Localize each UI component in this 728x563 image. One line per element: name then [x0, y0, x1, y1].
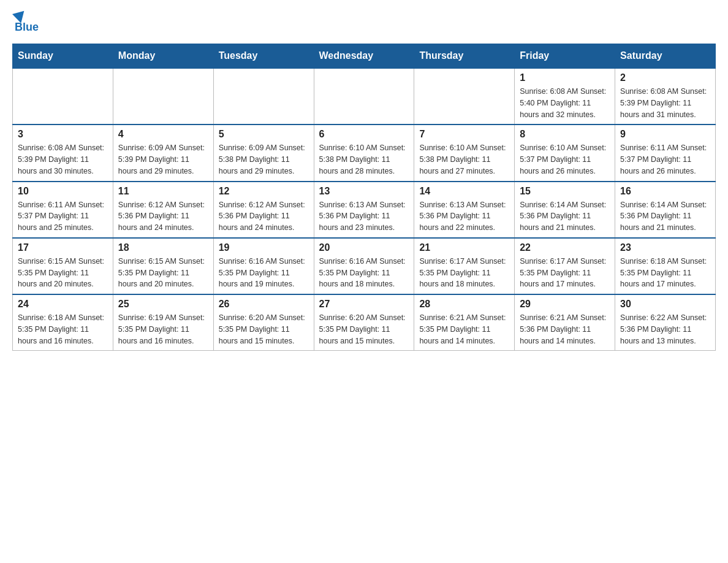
calendar-cell: 3Sunrise: 6:08 AM Sunset: 5:39 PM Daylig…	[13, 124, 113, 181]
calendar-cell	[414, 68, 515, 124]
day-number: 25	[118, 299, 208, 310]
calendar-cell: 19Sunrise: 6:16 AM Sunset: 5:35 PM Dayli…	[213, 238, 314, 294]
day-number: 27	[319, 299, 409, 310]
day-info: Sunrise: 6:21 AM Sunset: 5:36 PM Dayligh…	[520, 312, 610, 347]
day-info: Sunrise: 6:12 AM Sunset: 5:36 PM Dayligh…	[118, 199, 208, 234]
day-number: 12	[219, 186, 309, 197]
calendar-cell: 5Sunrise: 6:09 AM Sunset: 5:38 PM Daylig…	[213, 124, 314, 181]
calendar-cell: 24Sunrise: 6:18 AM Sunset: 5:35 PM Dayli…	[13, 294, 113, 351]
calendar-week-row: 3Sunrise: 6:08 AM Sunset: 5:39 PM Daylig…	[13, 124, 716, 181]
calendar-cell: 14Sunrise: 6:13 AM Sunset: 5:36 PM Dayli…	[414, 182, 515, 238]
day-info: Sunrise: 6:13 AM Sunset: 5:36 PM Dayligh…	[419, 199, 509, 234]
calendar-header-sunday: Sunday	[13, 44, 113, 69]
day-info: Sunrise: 6:15 AM Sunset: 5:35 PM Dayligh…	[118, 256, 208, 290]
calendar-cell: 21Sunrise: 6:17 AM Sunset: 5:35 PM Dayli…	[414, 238, 515, 294]
day-info: Sunrise: 6:18 AM Sunset: 5:35 PM Dayligh…	[620, 256, 710, 290]
day-info: Sunrise: 6:09 AM Sunset: 5:39 PM Dayligh…	[118, 142, 208, 177]
calendar-header-friday: Friday	[515, 44, 615, 69]
calendar-cell: 30Sunrise: 6:22 AM Sunset: 5:36 PM Dayli…	[615, 294, 716, 351]
logo: Blue	[12, 12, 39, 34]
day-info: Sunrise: 6:08 AM Sunset: 5:40 PM Dayligh…	[520, 86, 610, 120]
day-number: 16	[620, 186, 710, 197]
calendar-header-saturday: Saturday	[615, 44, 716, 69]
calendar-cell	[213, 68, 314, 124]
day-info: Sunrise: 6:21 AM Sunset: 5:35 PM Dayligh…	[419, 312, 509, 347]
calendar-cell: 6Sunrise: 6:10 AM Sunset: 5:38 PM Daylig…	[314, 124, 414, 181]
day-number: 17	[18, 242, 108, 253]
calendar-cell: 20Sunrise: 6:16 AM Sunset: 5:35 PM Dayli…	[314, 238, 414, 294]
day-number: 1	[520, 72, 610, 83]
calendar-cell: 16Sunrise: 6:14 AM Sunset: 5:36 PM Dayli…	[615, 182, 716, 238]
day-number: 30	[620, 299, 710, 310]
calendar-cell: 13Sunrise: 6:13 AM Sunset: 5:36 PM Dayli…	[314, 182, 414, 238]
calendar-cell: 7Sunrise: 6:10 AM Sunset: 5:38 PM Daylig…	[414, 124, 515, 181]
day-info: Sunrise: 6:14 AM Sunset: 5:36 PM Dayligh…	[620, 199, 710, 234]
calendar-cell: 23Sunrise: 6:18 AM Sunset: 5:35 PM Dayli…	[615, 238, 716, 294]
day-info: Sunrise: 6:12 AM Sunset: 5:36 PM Dayligh…	[219, 199, 309, 234]
calendar-header-monday: Monday	[113, 44, 213, 69]
day-info: Sunrise: 6:10 AM Sunset: 5:38 PM Dayligh…	[419, 142, 509, 177]
calendar-cell: 10Sunrise: 6:11 AM Sunset: 5:37 PM Dayli…	[13, 182, 113, 238]
day-info: Sunrise: 6:10 AM Sunset: 5:37 PM Dayligh…	[520, 142, 610, 177]
calendar-header-row: SundayMondayTuesdayWednesdayThursdayFrid…	[13, 44, 716, 69]
calendar-cell: 11Sunrise: 6:12 AM Sunset: 5:36 PM Dayli…	[113, 182, 213, 238]
calendar-week-row: 10Sunrise: 6:11 AM Sunset: 5:37 PM Dayli…	[13, 182, 716, 238]
day-number: 4	[118, 129, 208, 140]
calendar-cell: 4Sunrise: 6:09 AM Sunset: 5:39 PM Daylig…	[113, 124, 213, 181]
calendar-header-wednesday: Wednesday	[314, 44, 414, 69]
day-info: Sunrise: 6:16 AM Sunset: 5:35 PM Dayligh…	[319, 256, 409, 290]
day-info: Sunrise: 6:08 AM Sunset: 5:39 PM Dayligh…	[620, 86, 710, 120]
calendar: SundayMondayTuesdayWednesdayThursdayFrid…	[12, 44, 716, 351]
day-number: 21	[419, 242, 509, 253]
day-number: 8	[520, 129, 610, 140]
day-number: 18	[118, 242, 208, 253]
day-number: 10	[18, 186, 108, 197]
calendar-cell: 2Sunrise: 6:08 AM Sunset: 5:39 PM Daylig…	[615, 68, 716, 124]
day-info: Sunrise: 6:20 AM Sunset: 5:35 PM Dayligh…	[319, 312, 409, 347]
calendar-cell	[113, 68, 213, 124]
calendar-week-row: 17Sunrise: 6:15 AM Sunset: 5:35 PM Dayli…	[13, 238, 716, 294]
calendar-header-thursday: Thursday	[414, 44, 515, 69]
calendar-cell: 22Sunrise: 6:17 AM Sunset: 5:35 PM Dayli…	[515, 238, 615, 294]
day-number: 23	[620, 242, 710, 253]
day-info: Sunrise: 6:09 AM Sunset: 5:38 PM Dayligh…	[219, 142, 309, 177]
day-number: 2	[620, 72, 710, 83]
day-number: 28	[419, 299, 509, 310]
calendar-cell	[314, 68, 414, 124]
day-number: 7	[419, 129, 509, 140]
calendar-header-tuesday: Tuesday	[213, 44, 314, 69]
calendar-cell	[13, 68, 113, 124]
day-info: Sunrise: 6:19 AM Sunset: 5:35 PM Dayligh…	[118, 312, 208, 347]
calendar-cell: 17Sunrise: 6:15 AM Sunset: 5:35 PM Dayli…	[13, 238, 113, 294]
calendar-week-row: 24Sunrise: 6:18 AM Sunset: 5:35 PM Dayli…	[13, 294, 716, 351]
calendar-cell: 12Sunrise: 6:12 AM Sunset: 5:36 PM Dayli…	[213, 182, 314, 238]
day-info: Sunrise: 6:10 AM Sunset: 5:38 PM Dayligh…	[319, 142, 409, 177]
day-info: Sunrise: 6:11 AM Sunset: 5:37 PM Dayligh…	[620, 142, 710, 177]
calendar-cell: 15Sunrise: 6:14 AM Sunset: 5:36 PM Dayli…	[515, 182, 615, 238]
day-info: Sunrise: 6:14 AM Sunset: 5:36 PM Dayligh…	[520, 199, 610, 234]
day-number: 26	[219, 299, 309, 310]
calendar-cell: 27Sunrise: 6:20 AM Sunset: 5:35 PM Dayli…	[314, 294, 414, 351]
calendar-cell: 29Sunrise: 6:21 AM Sunset: 5:36 PM Dayli…	[515, 294, 615, 351]
day-info: Sunrise: 6:22 AM Sunset: 5:36 PM Dayligh…	[620, 312, 710, 347]
calendar-cell: 25Sunrise: 6:19 AM Sunset: 5:35 PM Dayli…	[113, 294, 213, 351]
day-number: 22	[520, 242, 610, 253]
header: Blue	[12, 12, 716, 34]
day-number: 19	[219, 242, 309, 253]
day-number: 24	[18, 299, 108, 310]
calendar-cell: 18Sunrise: 6:15 AM Sunset: 5:35 PM Dayli…	[113, 238, 213, 294]
calendar-week-row: 1Sunrise: 6:08 AM Sunset: 5:40 PM Daylig…	[13, 68, 716, 124]
day-info: Sunrise: 6:13 AM Sunset: 5:36 PM Dayligh…	[319, 199, 409, 234]
day-number: 29	[520, 299, 610, 310]
day-number: 20	[319, 242, 409, 253]
calendar-cell: 26Sunrise: 6:20 AM Sunset: 5:35 PM Dayli…	[213, 294, 314, 351]
day-info: Sunrise: 6:17 AM Sunset: 5:35 PM Dayligh…	[520, 256, 610, 290]
day-number: 11	[118, 186, 208, 197]
day-number: 14	[419, 186, 509, 197]
day-info: Sunrise: 6:08 AM Sunset: 5:39 PM Dayligh…	[18, 142, 108, 177]
day-info: Sunrise: 6:18 AM Sunset: 5:35 PM Dayligh…	[18, 312, 108, 347]
day-number: 13	[319, 186, 409, 197]
day-number: 15	[520, 186, 610, 197]
day-number: 3	[18, 129, 108, 140]
day-info: Sunrise: 6:20 AM Sunset: 5:35 PM Dayligh…	[219, 312, 309, 347]
